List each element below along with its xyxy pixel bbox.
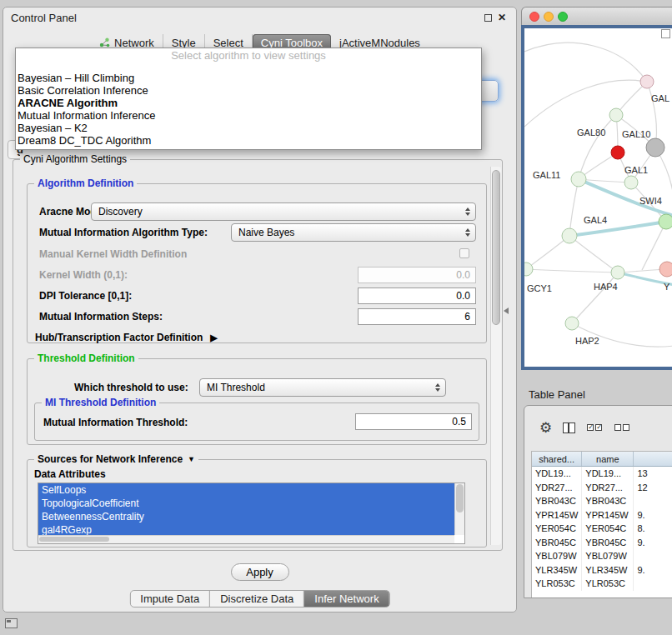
network-node[interactable]	[646, 138, 664, 157]
network-edge[interactable]	[526, 269, 618, 272]
network-node[interactable]	[562, 228, 577, 243]
table-cell: YDR27...	[582, 481, 634, 495]
table-row[interactable]: YER054CYER054C8.	[532, 522, 672, 536]
table-cell: YBR045C	[582, 536, 634, 550]
settings-scrollbar[interactable]	[490, 167, 501, 545]
bottom-tab-impute-data[interactable]: Impute Data	[130, 591, 210, 607]
canvas-corner-box[interactable]	[661, 29, 670, 38]
network-edge[interactable]	[526, 236, 569, 269]
scroll-thumb[interactable]	[39, 537, 109, 542]
network-edge[interactable]	[572, 272, 618, 323]
network-canvas[interactable]: GALGAL80GAL10GAL11GAL1SWI4GAL4GCY1HAP4YH…	[521, 25, 672, 370]
network-node[interactable]	[571, 172, 586, 187]
sources-title: Sources for Network Inference	[38, 453, 183, 465]
scroll-thumb[interactable]	[492, 170, 500, 325]
table-row[interactable]: YLR345WYLR345W9.	[532, 563, 672, 578]
expand-down-icon: ▼	[188, 455, 195, 463]
network-edge[interactable]	[524, 80, 647, 127]
gear-icon[interactable]: ⚙	[539, 421, 552, 435]
network-edge[interactable]	[579, 115, 616, 179]
minimize-window-icon[interactable]	[544, 12, 554, 22]
column-header[interactable]: name	[582, 452, 634, 466]
close-window-icon[interactable]	[529, 12, 539, 22]
table-row[interactable]: YPR145WYPR145W9.	[532, 508, 672, 522]
table-row[interactable]: YLR053CYLR053C	[532, 577, 672, 591]
attribute-item[interactable]: gal4RGexp	[38, 523, 454, 535]
hub-section-toggle[interactable]: Hub/Transcription Factor Definition ▶	[35, 332, 218, 343]
threshold-definition-title: Threshold Definition	[34, 352, 138, 364]
mi-threshold-input[interactable]: 0.5	[355, 413, 472, 430]
columns-icon[interactable]	[563, 422, 575, 433]
deselect-all-checkbox-icon[interactable]	[614, 424, 630, 431]
table-cell: YLR053C	[582, 577, 634, 591]
table-row[interactable]: YBR043CYBR043C	[532, 494, 672, 508]
network-icon	[99, 38, 110, 48]
column-header[interactable]: shared...	[532, 452, 582, 466]
network-window-titlebar[interactable]	[521, 7, 672, 25]
network-edge[interactable]	[569, 179, 579, 236]
table-cell: YLR345W	[582, 563, 634, 578]
algorithm-option[interactable]: ARACNE Algorithm	[16, 97, 481, 109]
which-threshold-select[interactable]: MI Threshold	[199, 378, 446, 397]
scroll-thumb[interactable]	[456, 484, 464, 512]
attribute-item[interactable]: BetweennessCentrality	[38, 510, 454, 523]
network-node[interactable]	[565, 317, 579, 330]
algorithm-option[interactable]: Dream8 DC_TDC Algorithm	[16, 134, 481, 147]
aracne-mode-select[interactable]: Discovery	[91, 202, 476, 221]
table-row[interactable]: YDL19...YDL19...13	[532, 467, 672, 481]
network-node[interactable]	[659, 214, 672, 229]
table-cell: YBR043C	[582, 494, 634, 508]
algorithm-option[interactable]: Bayesian – K2	[16, 122, 481, 134]
attribute-item[interactable]: TopologicalCoefficient	[38, 497, 454, 510]
network-node[interactable]	[611, 146, 624, 159]
network-node[interactable]	[611, 266, 624, 279]
minimized-panel-icon[interactable]	[5, 618, 18, 628]
table-cell: YBR045C	[532, 536, 582, 550]
attribute-item[interactable]: SelfLoops	[38, 483, 454, 497]
kernel-width-label: Kernel Width (0,1):	[39, 269, 128, 281]
table-row[interactable]: YBL079WYBL079W	[532, 549, 672, 563]
table-row[interactable]: YDR27...YDR27...12	[532, 481, 672, 495]
mi-threshold-definition-group: MI Threshold Definition Mutual Informati…	[34, 402, 479, 441]
network-node[interactable]	[640, 75, 654, 88]
network-node[interactable]	[609, 108, 623, 122]
table-row[interactable]: YBR045CYBR045C9.	[532, 536, 672, 550]
table-cell: 9.	[634, 563, 672, 578]
kernel-width-input[interactable]: 0.0	[358, 267, 476, 283]
network-node[interactable]	[624, 176, 638, 189]
bottom-tab-discretize-data[interactable]: Discretize Data	[210, 591, 304, 607]
list-horizontal-scrollbar[interactable]	[38, 535, 454, 543]
manual-kernel-checkbox[interactable]	[459, 248, 469, 258]
close-panel-icon[interactable]: ✕	[498, 12, 506, 22]
splitter-collapse-arrow[interactable]	[504, 308, 509, 314]
table-panel-window: ⚙ shared...name YDL19...YDL19...13YDR27.…	[524, 405, 672, 598]
algorithm-option[interactable]: Mutual Information Inference	[16, 109, 481, 122]
network-edge[interactable]	[569, 236, 618, 272]
hub-section-label: Hub/Transcription Factor Definition	[35, 332, 203, 343]
network-node[interactable]	[659, 262, 672, 277]
network-edge[interactable]	[524, 42, 647, 82]
node-label: GAL1	[624, 165, 648, 175]
dpi-tolerance-input[interactable]: 0.0	[358, 288, 476, 304]
table-cell: YPR145W	[532, 508, 582, 522]
float-window-icon[interactable]	[484, 14, 492, 22]
mi-steps-input[interactable]: 6	[358, 308, 476, 325]
algorithm-option[interactable]: Basic Correlation Inference	[16, 84, 481, 97]
sources-toggle[interactable]: Sources for Network Inference ▼	[34, 453, 198, 465]
apply-button[interactable]: Apply	[231, 563, 289, 581]
bottom-tab-infer-network[interactable]: Infer Network	[304, 591, 389, 607]
column-header[interactable]	[634, 452, 672, 466]
panel-title: Control Panel	[11, 12, 77, 24]
threshold-definition-group: Threshold Definition Which threshold to …	[27, 358, 487, 445]
list-vertical-scrollbar[interactable]	[454, 483, 464, 535]
algorithm-option[interactable]: Bayesian – Hill Climbing	[16, 72, 481, 84]
cyni-algorithm-settings-group: Cyni Algorithm Settings Algorithm Defini…	[13, 159, 503, 551]
mi-type-select[interactable]: Naive Bayes	[231, 223, 476, 242]
mi-steps-label: Mutual Information Steps:	[39, 311, 163, 322]
popup-placeholder: Select algorithm to view settings	[16, 48, 481, 62]
mi-threshold-label: Mutual Information Threshold:	[43, 417, 188, 428]
zoom-window-icon[interactable]	[558, 12, 568, 22]
table-cell: 9.	[634, 508, 672, 522]
select-all-checkbox-icon[interactable]	[586, 424, 603, 431]
algorithm-dropdown-popup: Select algorithm to view settingsBayesia…	[15, 48, 482, 150]
